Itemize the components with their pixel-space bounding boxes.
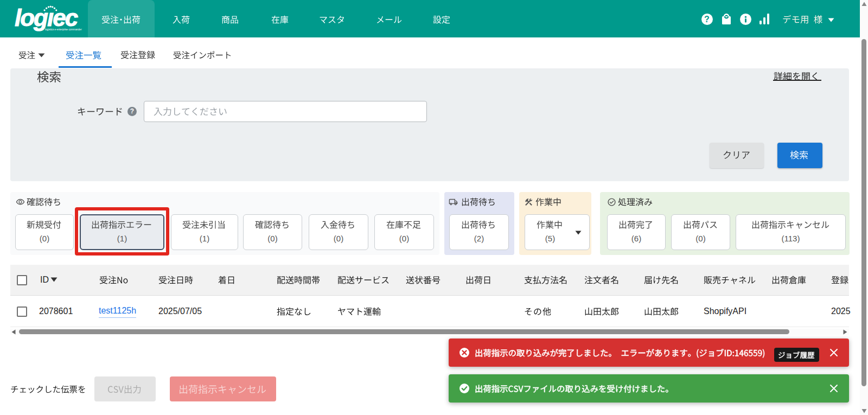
svg-text:logistics e-enterprise command: logistics e-enterprise commander — [45, 28, 82, 31]
